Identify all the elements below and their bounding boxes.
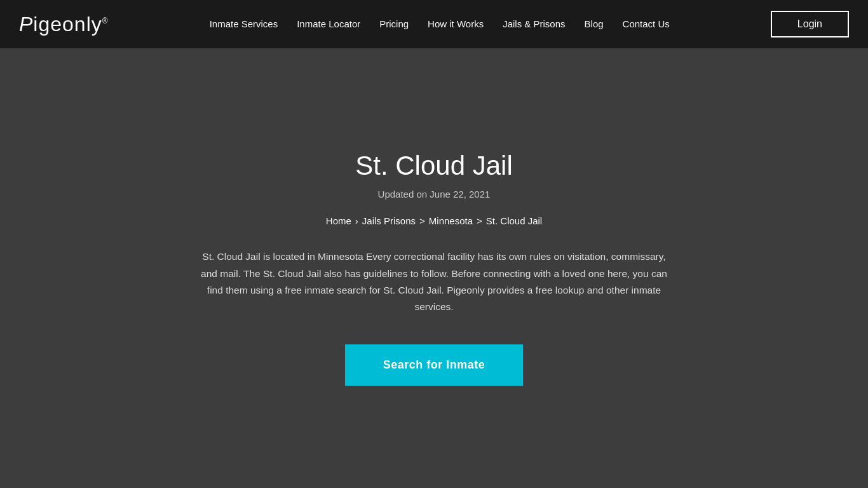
nav-item-inmate-locator[interactable]: Inmate Locator <box>297 18 360 30</box>
nav-item-blog[interactable]: Blog <box>585 18 604 30</box>
nav-item-jails-prisons[interactable]: Jails & Prisons <box>503 18 565 30</box>
nav-link-contact-us[interactable]: Contact Us <box>623 18 670 29</box>
nav-item-contact-us[interactable]: Contact Us <box>623 18 670 30</box>
description-text: St. Cloud Jail is located in Minnesota E… <box>196 248 672 315</box>
breadcrumb-current: St. Cloud Jail <box>486 215 542 226</box>
page-title: St. Cloud Jail <box>355 151 512 181</box>
updated-date: Updated on June 22, 2021 <box>378 189 491 200</box>
breadcrumb-minnesota[interactable]: Minnesota <box>429 215 473 226</box>
nav-link-jails-prisons[interactable]: Jails & Prisons <box>503 18 565 29</box>
search-for-inmate-button[interactable]: Search for Inmate <box>345 344 524 386</box>
nav-item-pricing[interactable]: Pricing <box>379 18 409 30</box>
breadcrumb-separator-2: > <box>419 215 425 226</box>
nav-link-how-it-works[interactable]: How it Works <box>428 18 484 29</box>
nav-link-blog[interactable]: Blog <box>585 18 604 29</box>
logo-text: Pigeonly® <box>19 13 109 36</box>
breadcrumb-separator-3: > <box>477 215 482 226</box>
nav-item-inmate-services[interactable]: Inmate Services <box>210 18 278 30</box>
nav-link-pricing[interactable]: Pricing <box>379 18 409 29</box>
logo-registered: ® <box>102 17 109 25</box>
nav-links: Inmate Services Inmate Locator Pricing H… <box>210 18 670 30</box>
logo[interactable]: Pigeonly® <box>19 13 109 36</box>
nav-item-how-it-works[interactable]: How it Works <box>428 18 484 30</box>
main-content: St. Cloud Jail Updated on June 22, 2021 … <box>0 48 868 488</box>
nav-link-inmate-services[interactable]: Inmate Services <box>210 18 278 29</box>
breadcrumb-separator-1: › <box>355 215 358 226</box>
breadcrumb-home[interactable]: Home <box>326 215 351 226</box>
nav-link-inmate-locator[interactable]: Inmate Locator <box>297 18 360 29</box>
login-button[interactable]: Login <box>771 11 849 37</box>
breadcrumb: Home › Jails Prisons > Minnesota > St. C… <box>326 215 542 226</box>
navbar: Pigeonly® Inmate Services Inmate Locator… <box>0 0 868 48</box>
breadcrumb-jails-prisons[interactable]: Jails Prisons <box>362 215 416 226</box>
